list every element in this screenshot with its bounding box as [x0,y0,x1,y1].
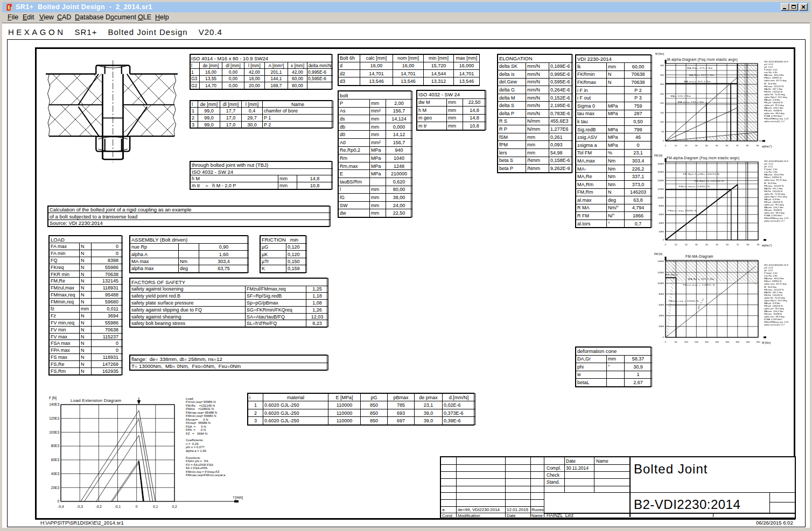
table-row: EMPa210000 [339,170,412,178]
chart-load-extension-diagram: -0,4-0,3-0,2-0,100,10,2020E340E360E380E3… [46,393,249,518]
title-block-line [564,457,565,492]
table-row: T= 13000Nm, Mb= 0Nm, Fxo=0Nm, Fxu=0Nm [130,363,328,370]
svg-text:0,2: 0,2 [172,505,177,508]
title-block-line [713,513,713,517]
svg-text:0: 0 [136,505,138,508]
approval-row-label: Check [547,472,559,478]
bolt-icon [5,3,13,11]
application-window: SR1+ Bolted Joint Design - 2_2014.sr1 ✕ … [0,0,812,531]
svg-text:400: 400 [746,341,750,343]
menu-item-document[interactable]: Document [106,13,136,21]
table-row: dsmm14,124 [339,115,412,123]
svg-text:M [Nm]: M [Nm] [655,52,664,55]
table-row: Rm,maxMPa1248 [339,162,412,170]
table-row: 30.6020 GJL-25011000085069739,00,39E-6 [248,417,475,425]
svg-text:FM [N]: FM [N] [654,154,663,157]
svg-text:MA,min= 193,0 Nm: MA,min= 193,0 Nm [678,101,704,103]
svg-text:FM,Rp0,2: FM,Rp0,2 [666,273,678,276]
app-icon[interactable] [5,3,13,11]
table-row: FA minN0 [50,250,123,257]
table-row: R FMN/°1866 [576,212,652,220]
table-row: i F outP 3 [576,94,652,102]
table-row: w1 [576,371,652,379]
table-row: FMzul,maxN118931 [50,285,123,292]
revision-header-cell: Cond. [442,513,453,518]
table-row: delta Pmm/N0,783E-6 [498,110,573,118]
table-row: safety yield point red.BSF=Rp/Sig.redB1,… [130,293,328,300]
menu-item-help[interactable]: Help [155,13,169,21]
title-block-line [769,502,795,502]
close-button[interactable]: ✕ [799,3,808,11]
svg-text:350: 350 [736,341,740,343]
table-row: safety against shearingSA=Atau'tauB/FQ12… [130,313,328,320]
svg-text:alpha [°]: alpha [°] [762,145,772,148]
svg-text:0: 0 [57,499,59,503]
menu-item-ole[interactable]: OLE [138,13,151,21]
svg-text:60E3: 60E3 [659,303,664,306]
maximize-button[interactable] [789,3,798,11]
minimize-button[interactable] [781,3,789,11]
svg-text:350: 350 [660,74,664,76]
svg-text:FMzul,max= 118931 N: FMzul,max= 118931 N [679,185,710,188]
table-row: FA maxN0 [50,243,123,250]
svg-text:100E3: 100E3 [657,282,664,285]
svg-text:80E3: 80E3 [659,204,664,207]
svg-text:150: 150 [660,111,664,114]
svg-text:60E3: 60E3 [659,213,664,216]
module-name: Bolted Joint Design [108,27,187,37]
table-row: µTr0,150 [261,258,307,265]
table-deformation-cone: deformation coneDA,Grmm58,37phi°30,9w1be… [575,346,651,387]
title-block-line [441,471,544,472]
svg-text:70: 70 [736,144,739,147]
svg-text:160E3: 160E3 [657,171,664,173]
table-flange: flange: de= 338mm, dt= 258mm, ns=12T= 13… [129,355,327,371]
titlebar[interactable]: SR1+ Bolted Joint Design - 2_2014.sr1 ✕ [2,2,810,12]
svg-text:120E3: 120E3 [657,188,664,190]
title-block-line [530,457,531,517]
svg-text:10: 10 [675,243,677,246]
table-elongation: ELONGATIONdelta SKmm/N0,189E-6delta ismm… [497,54,572,173]
svg-text:40E3: 40E3 [659,222,664,224]
table-row: lmm80,00 [339,186,412,194]
svg-text:450: 450 [757,341,761,343]
svg-text:200: 200 [660,102,664,104]
svg-text:20: 20 [685,243,688,246]
table-row: G313,550,0018,00144,160,000,595E-6 [191,75,333,82]
svg-text:80E3: 80E3 [659,293,664,295]
menu-item-edit[interactable]: Edit [23,13,34,21]
table-row: dwmm22,50 [339,209,412,217]
revision-row-cell: Ruoss [531,507,544,512]
svg-text:FM-alpha-Diagram (Fsq./nom ela: FM-alpha-Diagram (Fsq./nom elastic axgn) [667,156,739,160]
table-row: m geomm14,8 [417,114,486,122]
svg-text:30: 30 [695,243,698,246]
menu-item-cad[interactable]: CAD [57,13,71,21]
table-load: LOADFA maxN0FA minN0FQN8398FKreqN55986FK… [48,235,122,376]
table-row: delta Gmm/N0,264E-6 [498,86,573,94]
table-row: FKRmaxN70638 [576,79,652,87]
title-block-line [441,492,544,493]
table-row: MA,ReNm337,1 [576,173,652,181]
title-block-line [505,457,506,517]
table-row: FMmax,reqN95488 [50,292,123,299]
table-row: ISO 4032 - SW 24 [417,91,486,99]
svg-text:180E3: 180E3 [657,162,664,165]
menu-item-view[interactable]: View [39,13,54,21]
table-row: Calculation of the bolted joint of a rig… [48,207,331,213]
title-block-line [441,513,544,513]
minimize-icon [783,8,786,9]
svg-text:200: 200 [705,341,709,343]
svg-text:50: 50 [716,144,718,147]
table-row: Tol FM%23,1 [576,149,652,157]
table-row: Pmm2,00 [339,100,412,108]
menu-item-file[interactable]: File [8,13,18,21]
menu-item-database[interactable]: Database [75,13,104,21]
svg-text:250: 250 [715,341,719,343]
svg-text:400: 400 [660,64,664,67]
table-row: Sigma 0MPa759 [576,102,652,110]
title-block-line [441,464,544,465]
table-row: MA-Nm226,2 [576,165,652,173]
svg-text:120E3: 120E3 [49,416,59,420]
svg-text:70: 70 [736,243,739,246]
table-row: flange: de= 338mm, dt= 258mm, ns=12 [130,356,328,363]
close-icon: ✕ [800,4,807,10]
